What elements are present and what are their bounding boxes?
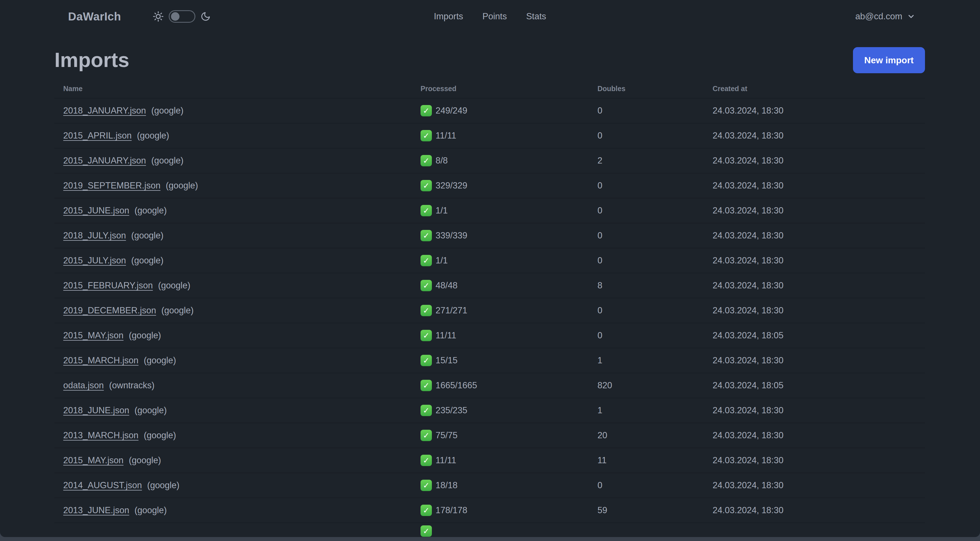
processed-cell: ✓ 1/1: [412, 198, 589, 223]
import-file-link[interactable]: 2015_MARCH.json: [63, 355, 138, 365]
table-row-partial: ✓: [54, 523, 925, 537]
success-check-icon: ✓: [420, 355, 432, 366]
import-file-link[interactable]: 2015_MAY.json: [63, 455, 124, 465]
nav-link-imports[interactable]: Imports: [434, 11, 463, 22]
import-source-label: (google): [137, 131, 169, 140]
import-file-link[interactable]: 2013_MARCH.json: [63, 430, 138, 440]
doubles-cell: 2: [589, 148, 704, 173]
processed-cell: ✓ 15/15: [412, 348, 589, 373]
toggle-knob: [171, 12, 180, 21]
doubles-cell: 0: [589, 98, 704, 123]
table-row: 2015_MAY.json (google) ✓ 11/11 11 24.03.…: [54, 448, 925, 473]
import-file-link[interactable]: 2019_DECEMBER.json: [63, 305, 156, 315]
column-header-name: Name: [54, 81, 412, 98]
table-row: 2015_JUNE.json (google) ✓ 1/1 0 24.03.20…: [54, 198, 925, 223]
created-at-cell: 24.03.2024, 18:30: [704, 273, 925, 298]
import-file-link[interactable]: 2015_MAY.json: [63, 330, 124, 340]
doubles-cell: [589, 523, 704, 537]
name-cell: 2015_APRIL.json (google): [54, 123, 412, 148]
processed-cell: ✓ 11/11: [412, 448, 589, 473]
processed-cell: ✓ 11/11: [412, 323, 589, 348]
nav-link-points[interactable]: Points: [482, 11, 507, 22]
import-file-link[interactable]: 2015_JANUARY.json: [63, 156, 146, 166]
moon-icon: [200, 11, 211, 22]
import-file-link[interactable]: 2015_FEBRUARY.json: [63, 281, 153, 290]
nav-link-stats[interactable]: Stats: [526, 11, 546, 22]
processed-cell: ✓ 18/18: [412, 473, 589, 498]
processed-cell: ✓ 178/178: [412, 498, 589, 523]
import-source-label: (google): [134, 505, 167, 515]
table-row: 2015_FEBRUARY.json (google) ✓ 48/48 8 24…: [54, 273, 925, 298]
table-row: 2015_MAY.json (google) ✓ 11/11 0 24.03.2…: [54, 323, 925, 348]
processed-cell: ✓ 8/8: [412, 148, 589, 173]
import-file-link[interactable]: 2015_JUNE.json: [63, 206, 129, 215]
doubles-cell: 0: [589, 248, 704, 273]
name-cell: 2018_JUNE.json (google): [54, 398, 412, 423]
new-import-button[interactable]: New import: [853, 47, 925, 73]
success-check-icon: ✓: [420, 330, 432, 341]
page-title: Imports: [54, 49, 129, 71]
import-file-link[interactable]: 2019_SEPTEMBER.json: [63, 180, 161, 190]
table-row: 2013_MARCH.json (google) ✓ 75/75 20 24.0…: [54, 423, 925, 448]
table-row: 2018_JUNE.json (google) ✓ 235/235 1 24.0…: [54, 398, 925, 423]
import-source-label: (google): [129, 455, 161, 465]
processed-count: 271/271: [436, 305, 467, 316]
processed-count: 178/178: [436, 505, 467, 515]
table-row: 2013_JUNE.json (google) ✓ 178/178 59 24.…: [54, 498, 925, 523]
name-cell: 2018_JANUARY.json (google): [54, 98, 412, 123]
success-check-icon: ✓: [420, 280, 432, 291]
doubles-cell: 0: [589, 198, 704, 223]
app-logo[interactable]: DaWarIch: [68, 10, 121, 23]
name-cell: 2015_JUNE.json (google): [54, 198, 412, 223]
import-source-label: (google): [144, 355, 176, 365]
processed-count: 18/18: [436, 480, 458, 490]
created-at-cell: 24.03.2024, 18:30: [704, 123, 925, 148]
theme-toggle-switch[interactable]: [169, 10, 196, 23]
imports-table: Name Processed Doubles Created at 2018_J…: [54, 81, 925, 537]
import-file-link[interactable]: 2013_JUNE.json: [63, 505, 129, 515]
processed-count: 15/15: [436, 355, 458, 365]
processed-count: 11/11: [436, 330, 456, 341]
name-cell: 2015_FEBRUARY.json (google): [54, 273, 412, 298]
main-content: Imports New import Name Processed Double…: [0, 33, 980, 537]
import-source-label: (google): [166, 180, 198, 190]
processed-count: 1/1: [436, 206, 448, 216]
created-at-cell: 24.03.2024, 18:30: [704, 448, 925, 473]
success-check-icon: ✓: [420, 405, 432, 416]
import-file-link[interactable]: 2018_JUNE.json: [63, 405, 129, 415]
import-file-link[interactable]: 2018_JULY.json: [63, 230, 126, 240]
processed-count: 11/11: [436, 455, 456, 466]
processed-count: 8/8: [436, 156, 448, 166]
import-source-label: (owntracks): [109, 380, 154, 390]
import-source-label: (google): [151, 105, 183, 115]
processed-count: 1/1: [436, 255, 448, 266]
import-file-link[interactable]: 2015_APRIL.json: [63, 131, 132, 140]
column-header-processed: Processed: [412, 81, 589, 98]
name-cell: 2018_JULY.json (google): [54, 223, 412, 248]
import-file-link[interactable]: 2014_AUGUST.json: [63, 480, 142, 490]
doubles-cell: 59: [589, 498, 704, 523]
import-file-link[interactable]: 2018_JANUARY.json: [63, 105, 146, 115]
user-menu[interactable]: ab@cd.com: [855, 11, 915, 22]
created-at-cell: 24.03.2024, 18:30: [704, 173, 925, 198]
name-cell: 2015_MARCH.json (google): [54, 348, 412, 373]
navbar: DaWarIch: [0, 0, 980, 33]
column-header-doubles: Doubles: [589, 81, 704, 98]
sun-icon: [153, 11, 164, 22]
import-source-label: (google): [131, 255, 164, 265]
processed-count: 48/48: [436, 281, 458, 290]
import-file-link[interactable]: 2015_JULY.json: [63, 255, 126, 265]
table-row: 2015_JULY.json (google) ✓ 1/1 0 24.03.20…: [54, 248, 925, 273]
doubles-cell: 0: [589, 123, 704, 148]
name-cell: 2015_JANUARY.json (google): [54, 148, 412, 173]
doubles-cell: 820: [589, 373, 704, 398]
import-file-link[interactable]: odata.json: [63, 380, 104, 390]
import-source-label: (google): [134, 206, 167, 215]
success-check-icon: ✓: [420, 130, 432, 141]
name-cell: odata.json (owntracks): [54, 373, 412, 398]
processed-cell: ✓ 249/249: [412, 98, 589, 123]
processed-count: 11/11: [436, 131, 456, 141]
name-cell: 2019_SEPTEMBER.json (google): [54, 173, 412, 198]
doubles-cell: 20: [589, 423, 704, 448]
doubles-cell: 0: [589, 323, 704, 348]
